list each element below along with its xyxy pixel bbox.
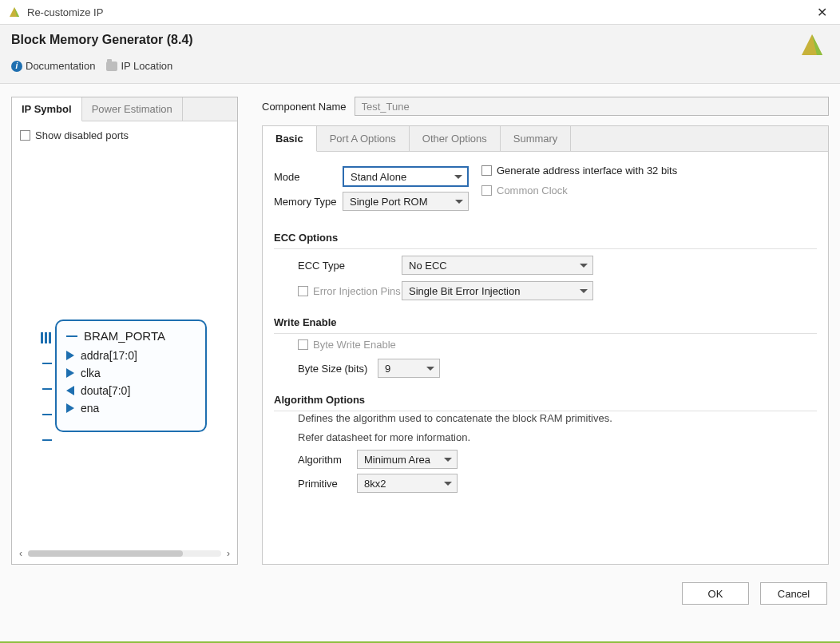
algorithm-label: Algorithm (298, 454, 357, 466)
component-name-input[interactable] (355, 97, 830, 116)
collapse-icon[interactable] (66, 335, 77, 337)
folder-icon (106, 62, 117, 71)
ok-button[interactable]: OK (682, 582, 749, 605)
algorithm-section-title: Algorithm Options (274, 394, 817, 406)
info-icon: i (11, 61, 22, 72)
ip-symbol: BRAM_PORTA addra[17:0] clka douta[7:0] (55, 320, 207, 432)
scroll-left-icon[interactable]: ‹ (17, 548, 25, 559)
tab-ip-symbol[interactable]: IP Symbol (12, 97, 82, 121)
mode-value: Stand Alone (351, 171, 406, 183)
ecc-section-title: ECC Options (274, 232, 817, 244)
documentation-link[interactable]: i Documentation (11, 60, 95, 72)
algorithm-desc2: Refer datasheet for more information. (298, 431, 817, 445)
window-title: Re-customize IP (27, 6, 103, 18)
gen32-option[interactable]: Generate address interface with 32 bits (481, 165, 817, 177)
chevron-down-icon (454, 175, 462, 179)
ip-title: Block Memory Generator (8.4) (11, 33, 829, 47)
ip-location-label: IP Location (121, 60, 172, 72)
chevron-down-icon (426, 367, 434, 371)
byte-write-enable-option: Byte Write Enable (298, 339, 817, 351)
ecc-type-label: ECC Type (298, 260, 402, 272)
byte-write-enable-label: Byte Write Enable (313, 339, 396, 351)
checkbox-icon[interactable] (481, 165, 492, 176)
input-arrow-icon (66, 351, 74, 360)
tab-other[interactable]: Other Options (410, 126, 501, 151)
close-icon[interactable]: ✕ (812, 5, 832, 20)
ecc-type-value: No ECC (409, 260, 447, 272)
show-disabled-ports-label: Show disabled ports (35, 129, 129, 141)
memory-type-value: Single Port ROM (350, 196, 428, 208)
primitive-label: Primitive (298, 478, 357, 490)
chevron-down-icon (580, 289, 588, 293)
ip-header: Block Memory Generator (8.4) i Documenta… (0, 24, 840, 84)
port-douta-label: douta[7:0] (81, 384, 130, 397)
byte-size-value: 9 (385, 363, 390, 375)
error-injection-pins-option: Error Injection Pins (298, 285, 402, 297)
chevron-down-icon (580, 264, 588, 268)
common-clock-label: Common Clock (497, 185, 568, 196)
output-arrow-icon (66, 386, 74, 395)
documentation-label: Documentation (26, 60, 95, 72)
port-addra-label: addra[17:0] (81, 349, 137, 362)
show-disabled-ports[interactable]: Show disabled ports (20, 129, 229, 141)
left-panel: IP Symbol Power Estimation Show disabled… (11, 97, 238, 565)
port-group-name: BRAM_PORTA (84, 329, 165, 343)
vivado-brand-icon (798, 31, 826, 58)
port-clka: clka (66, 367, 196, 379)
error-injection-pins-label: Error Injection Pins (313, 285, 401, 297)
algorithm-value: Minimum Area (364, 454, 430, 466)
primitive-select[interactable]: 8kx2 (357, 474, 458, 493)
port-addra: addra[17:0] (66, 349, 196, 362)
title-bar: Re-customize IP ✕ (0, 0, 840, 24)
horizontal-scrollbar[interactable]: ‹ › (17, 548, 232, 559)
config-tabs: Basic Port A Options Other Options Summa… (263, 126, 828, 152)
footer: OK Cancel (0, 571, 840, 617)
port-ena-label: ena (81, 402, 99, 415)
port-ena: ena (66, 402, 196, 415)
chevron-down-icon (455, 200, 463, 204)
tab-basic[interactable]: Basic (263, 126, 317, 152)
memory-type-label: Memory Type (274, 196, 343, 208)
port-stubs (42, 334, 52, 444)
mode-label: Mode (274, 171, 343, 183)
ip-location-link[interactable]: IP Location (106, 60, 172, 72)
checkbox-icon (481, 185, 492, 196)
port-group-title: BRAM_PORTA (66, 329, 196, 343)
gen32-label: Generate address interface with 32 bits (497, 165, 677, 177)
byte-size-label: Byte Size (bits) (298, 363, 378, 375)
memory-type-select[interactable]: Single Port ROM (343, 192, 469, 211)
chevron-down-icon (444, 482, 452, 486)
input-arrow-icon (66, 403, 74, 413)
checkbox-icon (298, 286, 308, 296)
port-clka-label: clka (81, 367, 101, 379)
tab-power-estimation[interactable]: Power Estimation (82, 97, 183, 121)
write-enable-section-title: Write Enable (274, 316, 817, 328)
scroll-right-icon[interactable]: › (224, 548, 232, 559)
port-douta: douta[7:0] (66, 384, 196, 397)
mode-select[interactable]: Stand Alone (343, 166, 469, 187)
error-injection-select[interactable]: Single Bit Error Injection (402, 281, 593, 300)
input-arrow-icon (66, 368, 74, 378)
byte-size-select[interactable]: 9 (378, 359, 440, 378)
algorithm-select[interactable]: Minimum Area (357, 450, 458, 469)
primitive-value: 8kx2 (364, 478, 386, 490)
ecc-type-select[interactable]: No ECC (402, 256, 593, 275)
right-panel: Component Name Basic Port A Options Othe… (262, 97, 829, 565)
component-name-label: Component Name (262, 101, 347, 113)
chevron-down-icon (444, 458, 452, 462)
vivado-app-icon (8, 6, 21, 18)
algorithm-desc1: Defines the algorithm used to concatenat… (298, 411, 817, 426)
checkbox-icon[interactable] (20, 130, 30, 141)
scroll-thumb[interactable] (28, 550, 183, 557)
common-clock-option: Common Clock (481, 185, 817, 196)
scroll-track[interactable] (28, 550, 221, 557)
checkbox-icon (298, 339, 308, 350)
tab-porta[interactable]: Port A Options (317, 126, 410, 151)
tab-summary[interactable]: Summary (501, 126, 572, 151)
left-tabs: IP Symbol Power Estimation (12, 97, 237, 121)
cancel-button[interactable]: Cancel (760, 582, 827, 605)
error-injection-value: Single Bit Error Injection (409, 285, 520, 297)
